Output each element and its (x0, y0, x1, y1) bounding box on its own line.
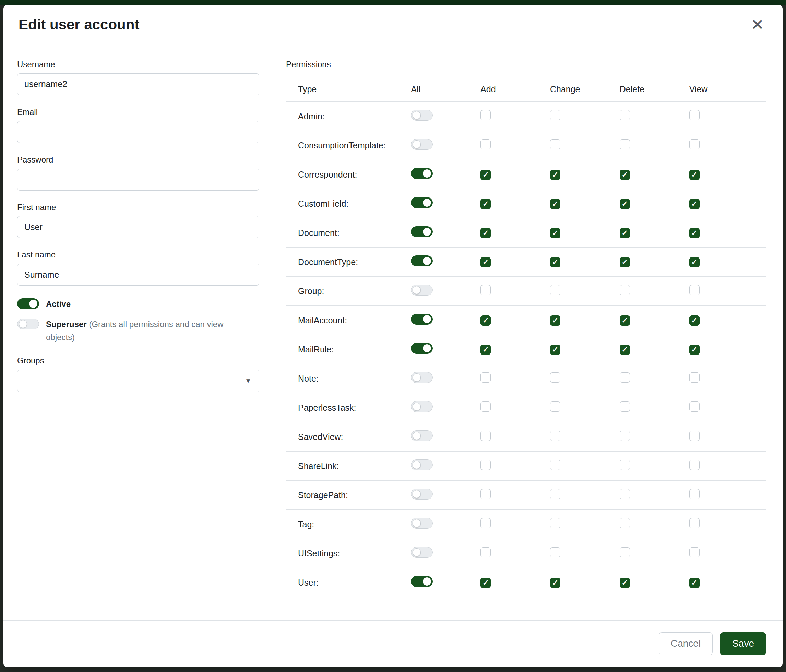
permission-all-toggle[interactable] (411, 547, 433, 558)
permission-change-checkbox[interactable] (550, 110, 560, 120)
permission-add-checkbox[interactable] (481, 489, 491, 499)
permission-add-checkbox[interactable] (481, 578, 491, 588)
permission-add-checkbox[interactable] (481, 228, 491, 238)
permission-all-toggle[interactable] (411, 139, 433, 150)
permission-delete-checkbox[interactable] (620, 489, 630, 499)
permission-all-toggle[interactable] (411, 110, 433, 121)
permission-all-toggle[interactable] (411, 284, 433, 295)
permission-add-checkbox[interactable] (481, 316, 491, 326)
permission-delete-checkbox[interactable] (620, 402, 630, 412)
permission-view-checkbox[interactable] (689, 489, 700, 499)
permission-all-toggle[interactable] (411, 401, 433, 412)
permission-delete-checkbox[interactable] (620, 285, 630, 295)
permission-view-checkbox[interactable] (689, 402, 700, 412)
permission-all-toggle[interactable] (411, 168, 433, 179)
permission-change-checkbox[interactable] (550, 285, 560, 295)
permission-view-checkbox[interactable] (689, 199, 700, 209)
permission-add-checkbox[interactable] (481, 547, 491, 557)
permission-change-checkbox[interactable] (550, 372, 560, 383)
permission-delete-checkbox[interactable] (620, 110, 630, 120)
permission-change-checkbox[interactable] (550, 139, 560, 149)
email-input[interactable] (17, 121, 259, 143)
cancel-button[interactable]: Cancel (659, 632, 713, 655)
permission-view-checkbox[interactable] (689, 110, 700, 120)
permission-delete-checkbox[interactable] (620, 345, 630, 355)
permission-all-toggle[interactable] (411, 372, 433, 383)
permission-add-checkbox[interactable] (481, 431, 491, 441)
permission-add-checkbox[interactable] (481, 110, 491, 120)
permission-view-checkbox[interactable] (689, 228, 700, 238)
permission-change-checkbox[interactable] (550, 460, 560, 470)
permission-change-checkbox[interactable] (550, 402, 560, 412)
permission-add-checkbox[interactable] (481, 460, 491, 470)
permission-view-checkbox[interactable] (689, 257, 700, 267)
permission-type-label: MailRule: (286, 335, 411, 364)
permission-view-checkbox[interactable] (689, 345, 700, 355)
permission-delete-checkbox[interactable] (620, 460, 630, 470)
permission-delete-checkbox[interactable] (620, 139, 630, 149)
save-button[interactable]: Save (720, 632, 766, 655)
permission-add-checkbox[interactable] (481, 285, 491, 295)
permission-change-checkbox[interactable] (550, 547, 560, 557)
permission-change-checkbox[interactable] (550, 257, 560, 267)
username-input[interactable] (17, 73, 259, 95)
permission-all-toggle[interactable] (411, 576, 433, 587)
permission-view-checkbox[interactable] (689, 170, 700, 180)
permission-delete-checkbox[interactable] (620, 199, 630, 209)
permission-change-checkbox[interactable] (550, 431, 560, 441)
permission-add-checkbox[interactable] (481, 402, 491, 412)
permission-delete-checkbox[interactable] (620, 578, 630, 588)
permission-all-toggle[interactable] (411, 314, 433, 325)
permission-change-checkbox[interactable] (550, 578, 560, 588)
permission-view-checkbox[interactable] (689, 139, 700, 149)
permission-view-checkbox[interactable] (689, 285, 700, 295)
permission-view-checkbox[interactable] (689, 518, 700, 528)
password-input[interactable] (17, 169, 259, 191)
permission-add-checkbox[interactable] (481, 199, 491, 209)
permission-all-toggle[interactable] (411, 256, 433, 266)
permission-all-toggle[interactable] (411, 518, 433, 529)
permission-add-checkbox[interactable] (481, 170, 491, 180)
close-icon[interactable]: ✕ (748, 17, 766, 33)
last-name-input[interactable] (17, 264, 259, 286)
permission-all-toggle[interactable] (411, 488, 433, 499)
first-name-input[interactable] (17, 216, 259, 238)
permission-view-checkbox[interactable] (689, 547, 700, 557)
permission-delete-checkbox[interactable] (620, 228, 630, 238)
permission-view-checkbox[interactable] (689, 372, 700, 383)
permission-change-checkbox[interactable] (550, 345, 560, 355)
permission-delete-checkbox[interactable] (620, 431, 630, 441)
groups-select[interactable]: ▼ (17, 370, 259, 392)
permission-all-toggle[interactable] (411, 197, 433, 208)
permission-type-label: Admin: (286, 102, 411, 131)
permission-view-checkbox[interactable] (689, 431, 700, 441)
permission-all-toggle[interactable] (411, 459, 433, 470)
permission-add-checkbox[interactable] (481, 518, 491, 528)
superuser-toggle[interactable] (17, 319, 39, 330)
permission-change-checkbox[interactable] (550, 518, 560, 528)
permission-add-checkbox[interactable] (481, 372, 491, 383)
permission-delete-checkbox[interactable] (620, 518, 630, 528)
permission-add-checkbox[interactable] (481, 139, 491, 149)
permission-add-checkbox[interactable] (481, 345, 491, 355)
permission-delete-checkbox[interactable] (620, 257, 630, 267)
permission-view-checkbox[interactable] (689, 460, 700, 470)
permission-change-checkbox[interactable] (550, 228, 560, 238)
permission-delete-checkbox[interactable] (620, 372, 630, 383)
permission-change-checkbox[interactable] (550, 316, 560, 326)
permission-change-checkbox[interactable] (550, 199, 560, 209)
permission-delete-checkbox[interactable] (620, 547, 630, 557)
permission-change-checkbox[interactable] (550, 170, 560, 180)
permission-add-checkbox[interactable] (481, 257, 491, 267)
permission-all-toggle[interactable] (411, 430, 433, 441)
active-toggle[interactable] (17, 298, 39, 309)
permission-delete-checkbox[interactable] (620, 316, 630, 326)
permission-view-checkbox[interactable] (689, 578, 700, 588)
permission-delete-checkbox[interactable] (620, 170, 630, 180)
permission-change-checkbox[interactable] (550, 489, 560, 499)
permission-all-toggle[interactable] (411, 343, 433, 354)
permission-view-checkbox[interactable] (689, 316, 700, 326)
superuser-switch-row: Superuser (Grants all permissions and ca… (17, 318, 259, 343)
permission-all-toggle[interactable] (411, 226, 433, 237)
permissions-table: Type All Add Change Delete View Admin:Co… (286, 77, 766, 597)
